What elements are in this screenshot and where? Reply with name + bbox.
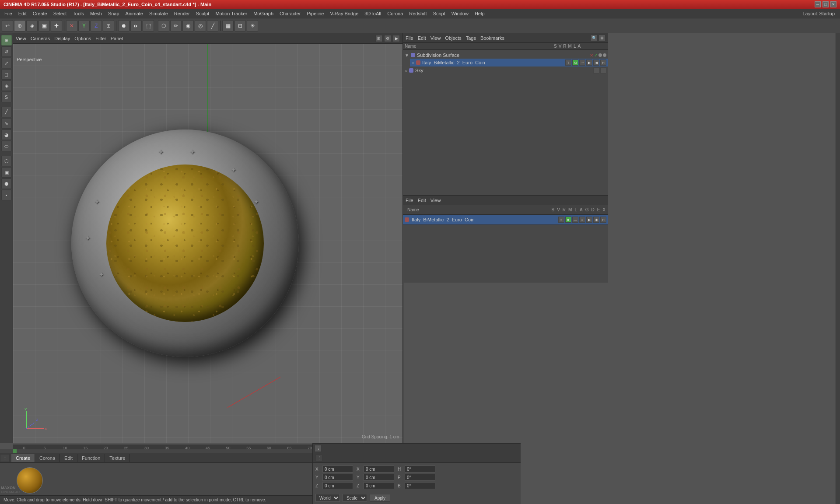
pos-y-input[interactable] [322, 474, 353, 481]
left-btn-select[interactable]: ◻ [1, 69, 12, 80]
toolbar-y-axis[interactable]: Y [78, 20, 90, 32]
scale-type-dropdown[interactable]: Scale [343, 494, 367, 502]
coord-system-dropdown[interactable]: World Local [315, 494, 340, 502]
minimize-button[interactable]: ─ [815, 1, 821, 7]
mat-menu-edit[interactable]: Edit [418, 198, 426, 203]
toolbar-pen[interactable]: ✏ [170, 20, 182, 32]
rot-p-input[interactable] [405, 474, 435, 481]
menu-sculpt[interactable]: Sculpt [193, 10, 212, 17]
left-btn-line[interactable]: ╱ [1, 107, 12, 117]
mat-tab-edit[interactable]: Edit [60, 454, 77, 462]
scene-menu-objects[interactable]: Objects [445, 35, 461, 41]
pos-x-input[interactable] [322, 466, 353, 472]
size-y-input[interactable] [364, 474, 394, 481]
toolbar-sculpt-tool[interactable]: ◉ [182, 20, 194, 32]
tag-icon-5[interactable]: ◀ [593, 60, 599, 66]
scene-item-coin[interactable]: ○ Italy_BiMetallic_2_Euro_Coin T M ⋯ ▶ ◀… [410, 59, 608, 66]
toolbar-light[interactable]: ☀ [247, 20, 258, 32]
menu-simulate[interactable]: Simulate [147, 10, 171, 17]
mat-icon-5[interactable]: ▶ [586, 217, 592, 223]
toolbar-cube[interactable]: ⬡ [158, 20, 169, 32]
menu-file[interactable]: File [2, 10, 15, 17]
viewport-maximize-btn[interactable]: ⊞ [375, 35, 382, 42]
toolbar-add[interactable]: ✚ [51, 20, 62, 32]
size-z-input[interactable] [364, 482, 394, 489]
left-btn-mesh[interactable]: ⬡ [1, 156, 12, 166]
left-btn-s[interactable]: S [1, 92, 12, 102]
left-btn-live[interactable]: ◈ [1, 80, 12, 91]
mat-tab-function[interactable]: Function [77, 454, 105, 462]
toolbar-magnet[interactable]: ◎ [195, 20, 206, 32]
pos-z-input[interactable] [322, 482, 353, 489]
menu-create[interactable]: Create [30, 10, 50, 17]
left-btn-paint[interactable]: ⬭ [1, 141, 12, 151]
br-tab-handle[interactable]: ⋮ [315, 445, 322, 452]
left-btn-spline[interactable]: ∿ [1, 118, 12, 129]
menu-select[interactable]: Select [51, 10, 70, 17]
mat-icon-3[interactable]: — [572, 217, 578, 223]
viewport-render-btn[interactable]: ▶ [393, 35, 400, 42]
size-x-input[interactable] [364, 466, 394, 472]
vis-icon-1[interactable]: ✕ [590, 53, 593, 58]
viewport-settings-btn[interactable]: ⚙ [384, 35, 391, 42]
viewport-menu-display[interactable]: Display [54, 36, 70, 41]
viewport-menu-options[interactable]: Options [74, 36, 91, 41]
mat-icon-6[interactable]: ◉ [593, 217, 599, 223]
menu-mesh[interactable]: Mesh [88, 10, 105, 17]
viewport-menu-cameras[interactable]: Cameras [31, 36, 50, 41]
tag-icon-1[interactable]: T [565, 60, 571, 66]
menu-edit[interactable]: Edit [16, 10, 29, 17]
scene-menu-bookmarks[interactable]: Bookmarks [480, 35, 504, 41]
toolbar-undo[interactable]: ↩ [2, 20, 13, 32]
left-btn-scale[interactable]: ⤢ [1, 58, 12, 68]
menu-snap[interactable]: Snap [105, 10, 122, 17]
viewport-menu-panel[interactable]: Panel [111, 36, 123, 41]
layout-value[interactable]: Startup [819, 11, 835, 16]
scene-settings-btn[interactable]: ⚙ [598, 35, 606, 42]
rot-h-input[interactable] [405, 466, 435, 472]
menu-animate[interactable]: Animate [123, 10, 146, 17]
left-btn-edge[interactable]: ⬢ [1, 178, 12, 189]
mat-tab-corona[interactable]: Corona [35, 454, 60, 462]
mat-tab-handle[interactable]: ⋮ [0, 454, 10, 462]
tag-icon-3[interactable]: ⋯ [579, 60, 585, 66]
menu-help[interactable]: Help [472, 10, 487, 17]
left-btn-point[interactable]: • [1, 190, 12, 200]
mat-icon-4[interactable]: ≡ [579, 217, 585, 223]
rot-b-input[interactable] [405, 482, 435, 489]
scene-item-sky[interactable]: ○ Sky [403, 66, 608, 74]
menu-character[interactable]: Character [277, 10, 303, 17]
scene-item-subdivision[interactable]: ▼ Subdivision Surface ✕ ✓ [403, 52, 608, 59]
toolbar-anim-rec[interactable]: ⏺ [118, 20, 130, 32]
viewport-menu-filter[interactable]: Filter [95, 36, 106, 41]
mat-icon-1[interactable]: ○ [558, 217, 564, 223]
toolbar-world[interactable]: ⊞ [103, 20, 114, 32]
maximize-button[interactable]: □ [822, 1, 829, 7]
toolbar-model-mode[interactable]: ▣ [38, 20, 50, 32]
menu-tools[interactable]: Tools [70, 10, 87, 17]
apply-button[interactable]: Apply [370, 494, 390, 502]
toolbar-move[interactable]: ⊕ [14, 20, 25, 32]
scene-menu-file[interactable]: File [406, 35, 413, 41]
menu-3dtoall[interactable]: 3DToAll [362, 10, 384, 17]
menu-motiontracker[interactable]: Motion Tracker [213, 10, 250, 17]
toolbar-z-axis[interactable]: Z [91, 20, 102, 32]
mat-icon-2[interactable]: ■ [565, 217, 571, 223]
left-btn-move[interactable]: ⊕ [1, 35, 12, 46]
tag-icon-4[interactable]: ▶ [586, 60, 592, 66]
menu-vray[interactable]: V-Ray Bridge [327, 10, 361, 17]
menu-script[interactable]: Script [430, 10, 448, 17]
left-btn-rotate[interactable]: ↺ [1, 46, 12, 57]
menu-window[interactable]: Window [449, 10, 471, 17]
toolbar-camera[interactable]: ⊟ [234, 20, 246, 32]
toolbar-knife[interactable]: ╱ [207, 20, 218, 32]
menu-render[interactable]: Render [172, 10, 192, 17]
toolbar-x-axis[interactable]: ✕ [66, 20, 77, 32]
viewport-menu-view[interactable]: View [16, 36, 26, 41]
left-btn-poly[interactable]: ▣ [1, 167, 12, 178]
toolbar-render-region[interactable]: ⬚ [143, 20, 154, 32]
menu-redshift[interactable]: Redshift [406, 10, 429, 17]
toolbar-anim-play[interactable]: ⏭ [130, 20, 142, 32]
toolbar-floor[interactable]: ▦ [222, 20, 234, 32]
mat-menu-file[interactable]: File [406, 198, 413, 203]
